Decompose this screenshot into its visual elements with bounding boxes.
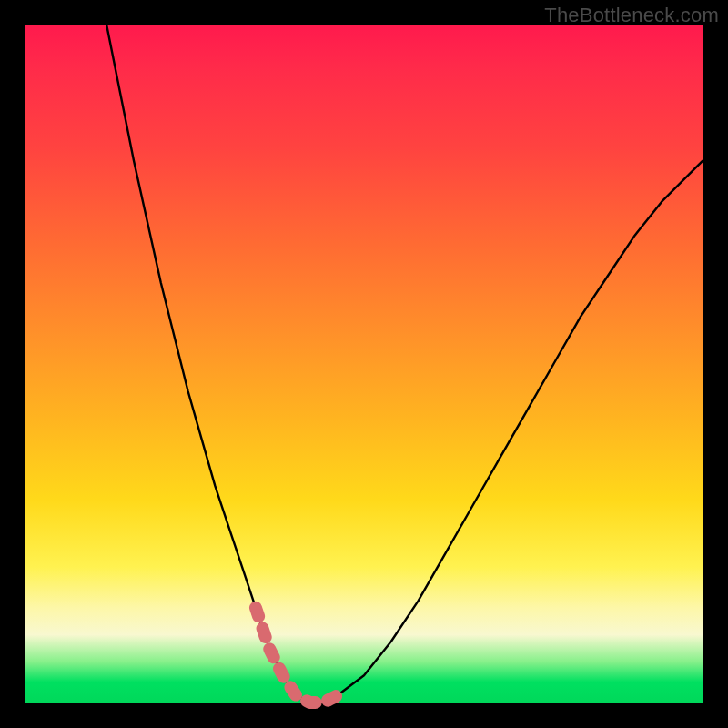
curve-layer xyxy=(25,25,703,703)
bottleneck-curve xyxy=(106,25,703,703)
highlight-segment xyxy=(256,608,337,703)
chart-frame: TheBottleneck.com xyxy=(0,0,728,728)
watermark-text: TheBottleneck.com xyxy=(544,4,719,27)
plot-area xyxy=(25,25,703,703)
